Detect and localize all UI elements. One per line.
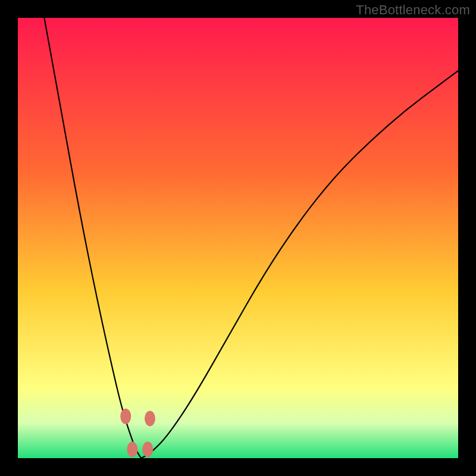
marker-point <box>120 409 131 424</box>
watermark-text: TheBottleneck.com <box>356 2 470 18</box>
marker-point <box>142 441 153 457</box>
gradient-background <box>18 18 458 458</box>
marker-point <box>127 441 137 457</box>
bottleneck-chart <box>18 18 458 458</box>
marker-point <box>145 411 155 426</box>
chart-frame: TheBottleneck.com <box>0 0 476 476</box>
